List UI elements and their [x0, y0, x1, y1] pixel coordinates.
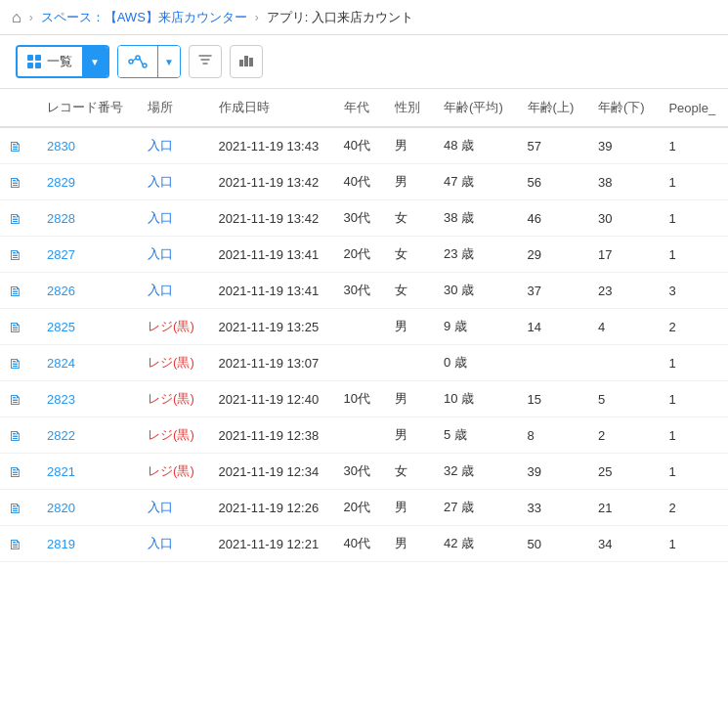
col-header-place[interactable]: 場所 [136, 89, 206, 127]
cell-age-down: 38 [586, 164, 657, 200]
row-icon-cell[interactable]: 🗎 [0, 127, 35, 164]
row-icon-cell[interactable]: 🗎 [0, 237, 35, 273]
col-header-people[interactable]: People_ [657, 89, 728, 127]
cell-record-no[interactable]: 2821 [35, 454, 136, 490]
cell-record-no[interactable]: 2824 [35, 345, 136, 381]
row-icon-cell[interactable]: 🗎 [0, 273, 35, 309]
chart-button[interactable] [230, 45, 263, 78]
breadcrumb-space[interactable]: スペース：【AWS】来店カウンター [41, 9, 247, 26]
col-header-age-down[interactable]: 年齢(下) [586, 89, 657, 127]
col-header-icon [0, 89, 35, 127]
cell-record-no[interactable]: 2826 [35, 273, 136, 309]
row-icon-cell[interactable]: 🗎 [0, 454, 35, 490]
svg-rect-7 [249, 58, 253, 66]
row-detail-icon[interactable]: 🗎 [8, 463, 22, 480]
row-detail-icon[interactable]: 🗎 [8, 391, 22, 408]
table-row: 🗎 2820 入口 2021-11-19 12:26 20代 男 27 歳 33… [0, 490, 728, 526]
table-header-row: レコード番号 場所 作成日時 年代 性別 年齢(平均) 年齢(上) 年齢(下) … [0, 89, 728, 127]
cell-record-no[interactable]: 2827 [35, 237, 136, 273]
cell-people: 1 [657, 417, 728, 454]
graph-dropdown-btn[interactable]: ▼ [157, 46, 180, 77]
view-dropdown-btn[interactable]: ▼ [82, 47, 107, 76]
cell-record-no[interactable]: 2822 [35, 417, 136, 454]
chevron-down-icon: ▼ [90, 57, 100, 67]
cell-people: 3 [657, 273, 728, 309]
cell-age-group: 10代 [332, 381, 383, 417]
row-icon-cell[interactable]: 🗎 [0, 417, 35, 454]
cell-age-group: 20代 [332, 237, 383, 273]
table-container: レコード番号 場所 作成日時 年代 性別 年齢(平均) 年齢(上) 年齢(下) … [0, 89, 728, 562]
col-header-age-avg[interactable]: 年齢(平均) [432, 89, 516, 127]
row-icon-cell[interactable]: 🗎 [0, 526, 35, 562]
cell-record-no[interactable]: 2823 [35, 381, 136, 417]
graph-button[interactable]: ▼ [117, 45, 181, 78]
row-icon-cell[interactable]: 🗎 [0, 164, 35, 200]
cell-date: 2021-11-19 12:38 [207, 417, 332, 454]
col-header-date[interactable]: 作成日時 [207, 89, 332, 127]
filter-button[interactable] [189, 45, 222, 78]
cell-age-down: 17 [586, 237, 657, 273]
cell-place: レジ(黒) [136, 417, 206, 454]
row-icon-cell[interactable]: 🗎 [0, 490, 35, 526]
cell-age-avg: 32 歳 [432, 454, 516, 490]
cell-age-group [332, 309, 383, 345]
svg-rect-5 [239, 60, 243, 66]
cell-gender: 男 [383, 417, 433, 454]
cell-record-no[interactable]: 2829 [35, 164, 136, 200]
row-detail-icon[interactable]: 🗎 [8, 210, 22, 227]
cell-people: 2 [657, 490, 728, 526]
cell-record-no[interactable]: 2819 [35, 526, 136, 562]
cell-record-no[interactable]: 2830 [35, 127, 136, 164]
cell-age-down: 23 [586, 273, 657, 309]
cell-age-avg: 42 歳 [432, 526, 516, 562]
col-header-age-up[interactable]: 年齢(上) [516, 89, 586, 127]
row-detail-icon[interactable]: 🗎 [8, 500, 22, 516]
view-selector-main[interactable]: 一覧 [18, 47, 82, 76]
row-detail-icon[interactable]: 🗎 [8, 138, 22, 154]
cell-record-no[interactable]: 2825 [35, 309, 136, 345]
row-icon-cell[interactable]: 🗎 [0, 381, 35, 417]
cell-age-avg: 5 歳 [432, 417, 516, 454]
graph-icon[interactable] [118, 46, 157, 77]
cell-age-avg: 38 歳 [432, 200, 516, 237]
row-detail-icon[interactable]: 🗎 [8, 283, 22, 299]
row-detail-icon[interactable]: 🗎 [8, 246, 22, 263]
col-header-gender[interactable]: 性別 [383, 89, 433, 127]
cell-people: 1 [657, 200, 728, 237]
cell-age-up: 50 [516, 526, 586, 562]
row-detail-icon[interactable]: 🗎 [8, 355, 22, 372]
row-detail-icon[interactable]: 🗎 [8, 174, 22, 191]
cell-age-down: 21 [586, 490, 657, 526]
cell-record-no[interactable]: 2828 [35, 200, 136, 237]
cell-age-up: 8 [516, 417, 586, 454]
svg-point-0 [129, 60, 133, 64]
cell-age-avg: 23 歳 [432, 237, 516, 273]
cell-age-up: 29 [516, 237, 586, 273]
table-row: 🗎 2819 入口 2021-11-19 12:21 40代 男 42 歳 50… [0, 526, 728, 562]
cell-age-avg: 47 歳 [432, 164, 516, 200]
row-detail-icon[interactable]: 🗎 [8, 319, 22, 335]
cell-date: 2021-11-19 12:26 [207, 490, 332, 526]
row-icon-cell[interactable]: 🗎 [0, 309, 35, 345]
cell-date: 2021-11-19 13:43 [207, 127, 332, 164]
table-row: 🗎 2822 レジ(黒) 2021-11-19 12:38 男 5 歳 8 2 … [0, 417, 728, 454]
cell-date: 2021-11-19 12:34 [207, 454, 332, 490]
view-selector[interactable]: 一覧 ▼ [16, 45, 109, 78]
svg-rect-6 [244, 56, 248, 66]
svg-line-4 [140, 59, 143, 65]
home-icon[interactable]: ⌂ [12, 9, 21, 26]
cell-age-avg: 30 歳 [432, 273, 516, 309]
col-header-record-no[interactable]: レコード番号 [35, 89, 136, 127]
row-icon-cell[interactable]: 🗎 [0, 200, 35, 237]
row-icon-cell[interactable]: 🗎 [0, 345, 35, 381]
cell-age-up [516, 345, 586, 381]
cell-age-down: 30 [586, 200, 657, 237]
cell-age-group: 30代 [332, 273, 383, 309]
row-detail-icon[interactable]: 🗎 [8, 427, 22, 444]
col-header-age-group[interactable]: 年代 [332, 89, 383, 127]
cell-age-up: 39 [516, 454, 586, 490]
table-row: 🗎 2821 レジ(黒) 2021-11-19 12:34 30代 女 32 歳… [0, 454, 728, 490]
cell-record-no[interactable]: 2820 [35, 490, 136, 526]
cell-people: 1 [657, 127, 728, 164]
row-detail-icon[interactable]: 🗎 [8, 536, 22, 552]
